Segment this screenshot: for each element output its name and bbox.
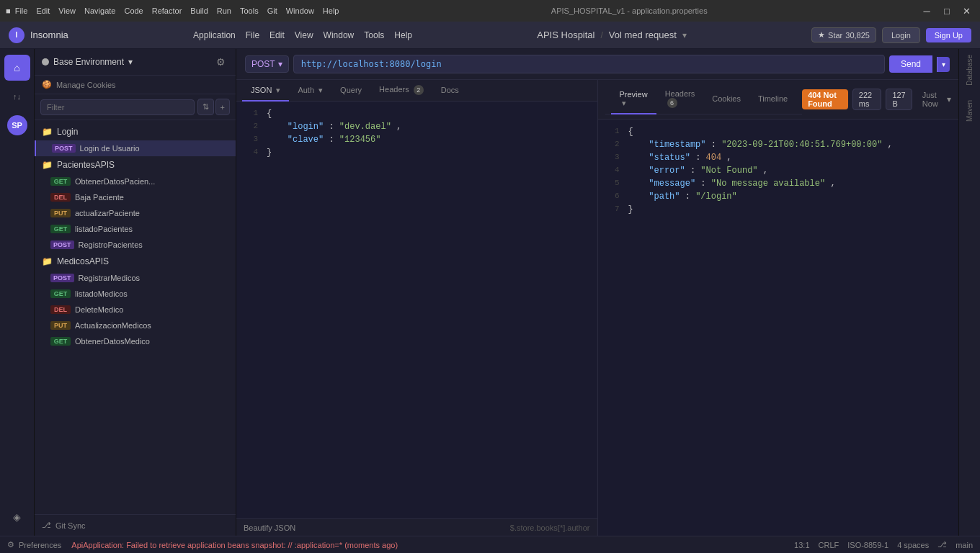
- request-body-editor[interactable]: 1 { 2 "login" : "dev.dael" , 3: [236, 102, 597, 518]
- folder-icon-pacientes: 📁: [42, 160, 53, 170]
- menu-edit[interactable]: Edit: [36, 6, 50, 15]
- sidebar-icon-profile[interactable]: SP: [4, 112, 30, 138]
- nav-item-registrar-medicos[interactable]: POST RegistrarMedicos: [35, 270, 236, 286]
- sidebar-icon-pull-requests[interactable]: ↑↓: [4, 84, 30, 109]
- git-sync-button[interactable]: ⎇ Git Sync: [35, 514, 236, 536]
- send-button[interactable]: Send: [889, 55, 932, 73]
- nav-item-actualizar-paciente[interactable]: PUT actualizarPaciente: [35, 205, 236, 221]
- folder-medicos[interactable]: 📁 MedicosAPIS: [35, 253, 236, 270]
- nav-header: Base Environment ▾ ⚙: [35, 49, 236, 76]
- app-menu-application[interactable]: Application: [193, 30, 236, 40]
- menu-view[interactable]: View: [58, 6, 76, 15]
- folder-login[interactable]: 📁 Login: [35, 123, 236, 140]
- filter-input[interactable]: [40, 99, 195, 115]
- tab-preview[interactable]: Preview ▾: [611, 85, 656, 114]
- menu-tools[interactable]: Tools: [240, 6, 259, 15]
- tab-headers[interactable]: Headers 2: [370, 80, 432, 102]
- app-menu-view[interactable]: View: [295, 30, 313, 40]
- tab-timeline[interactable]: Timeline: [749, 89, 796, 109]
- maven-label[interactable]: Maven: [966, 100, 974, 122]
- indent-setting: 4 spaces: [897, 541, 929, 549]
- signup-button[interactable]: Sign Up: [926, 28, 971, 42]
- app-menu-help[interactable]: Help: [394, 30, 412, 40]
- method-dropdown-icon: ▾: [278, 59, 282, 69]
- nav-item-login-usuario[interactable]: POST Login de Usuario: [35, 140, 236, 156]
- nav-item-baja-paciente[interactable]: DEL Baja Paciente: [35, 189, 236, 205]
- nav-item-label: actualizarPaciente: [75, 209, 140, 217]
- folder-pacientes[interactable]: 📁 PacientesAPIS: [35, 156, 236, 174]
- jq-filter-input[interactable]: $.store.books[*].author: [510, 523, 590, 532]
- code-line-1: 1 {: [236, 107, 597, 120]
- status-badge: 404 Not Found: [802, 89, 848, 109]
- method-selector[interactable]: POST ▾: [245, 55, 289, 73]
- resp-line-3: 3 "status" : 404 ,: [598, 151, 959, 164]
- app-menu-window[interactable]: Window: [324, 30, 355, 40]
- beautify-button[interactable]: Beautify JSON: [244, 523, 295, 532]
- preferences-icon: ⚙: [7, 540, 14, 549]
- git-icon: ⎇: [42, 521, 51, 530]
- nav-item-obtener-datos-medico[interactable]: GET ObtenerDatosMedico: [35, 333, 236, 349]
- menu-help[interactable]: Help: [323, 6, 339, 15]
- menu-run[interactable]: Run: [217, 6, 231, 15]
- tab-query[interactable]: Query: [331, 81, 370, 101]
- maximize-button[interactable]: □: [940, 4, 954, 18]
- close-button[interactable]: ✕: [960, 4, 974, 18]
- insomnia-header-left: I Insomnia: [9, 27, 68, 43]
- nav-item-label: DeleteMedico: [75, 305, 123, 314]
- sort-button[interactable]: ⇅: [197, 99, 214, 115]
- menu-navigate[interactable]: Navigate: [84, 6, 115, 15]
- nav-item-obtener-datos[interactable]: GET ObtenerDatosPacien...: [35, 174, 236, 189]
- send-dropdown-button[interactable]: ▾: [937, 57, 950, 72]
- url-input[interactable]: [293, 55, 885, 73]
- auth-dropdown-icon: ▾: [318, 86, 323, 94]
- git-branch-icon: ⎇: [937, 540, 947, 549]
- code-line-2: 2 "login" : "dev.dael" ,: [236, 120, 597, 133]
- nav-item-delete-medico[interactable]: DEL DeleteMedico: [35, 302, 236, 318]
- right-sidebar: Database Maven: [958, 49, 980, 536]
- nav-item-listado-medicos[interactable]: GET listadoMedicos: [35, 286, 236, 302]
- env-name: Base Environment: [53, 57, 124, 67]
- nav-env-selector[interactable]: Base Environment ▾: [42, 57, 133, 67]
- star-button[interactable]: ★ Star 30,825: [811, 27, 876, 42]
- manage-cookies-button[interactable]: 🍪 Manage Cookies: [35, 76, 236, 94]
- tab-docs[interactable]: Docs: [432, 81, 468, 101]
- nav-item-registro-pacientes[interactable]: POST RegistroPacientes: [35, 237, 236, 253]
- menu-file[interactable]: File: [15, 6, 28, 15]
- menu-build[interactable]: Build: [190, 6, 208, 15]
- tab-json[interactable]: JSON ▾: [242, 81, 289, 102]
- status-text: ApiApplication: Failed to retrieve appli…: [71, 541, 398, 549]
- env-dot: [42, 58, 49, 66]
- tab-auth[interactable]: Auth ▾: [289, 81, 331, 102]
- workspace-dropdown-icon[interactable]: ▾: [682, 30, 687, 40]
- nav-settings-button[interactable]: ⚙: [213, 55, 228, 69]
- app-menu-tools[interactable]: Tools: [364, 30, 384, 40]
- nav-item-actualizacion-medicos[interactable]: PUT ActualizacionMedicos: [35, 318, 236, 333]
- app-menu-edit[interactable]: Edit: [270, 30, 285, 40]
- database-label[interactable]: Database: [966, 55, 974, 86]
- method-badge-put-2: PUT: [50, 321, 71, 330]
- app-menu-file[interactable]: File: [246, 30, 259, 40]
- method-badge-get-2: GET: [50, 225, 71, 233]
- sidebar-icon-bookmarks[interactable]: ◈: [4, 504, 30, 530]
- tab-response-headers[interactable]: Headers 6: [656, 84, 704, 114]
- bottom-bar-right: 13:1 CRLF ISO-8859-1 4 spaces ⎇ main: [794, 540, 973, 549]
- nav-header-actions: ⚙: [213, 55, 228, 69]
- menu-window[interactable]: Window: [286, 6, 314, 15]
- request-tabs: JSON ▾ Auth ▾ Query Headers 2: [236, 80, 597, 102]
- minimize-button[interactable]: ─: [919, 4, 934, 18]
- nav-item-label: ObtenerDatosMedico: [75, 337, 150, 346]
- app-name: Insomnia: [30, 30, 68, 40]
- nav-item-listado-pacientes[interactable]: GET listadoPacientes: [35, 221, 236, 237]
- login-button[interactable]: Login: [882, 27, 920, 43]
- window-title: APIS_HOSPITAL_v1 - application.propertie…: [551, 6, 708, 15]
- menu-git[interactable]: Git: [267, 6, 277, 15]
- sidebar-icon-home[interactable]: ⌂: [4, 55, 30, 81]
- menu-refactor[interactable]: Refactor: [152, 6, 182, 15]
- folder-icon-medicos: 📁: [42, 256, 53, 266]
- menu-code[interactable]: Code: [124, 6, 143, 15]
- add-request-button[interactable]: +: [215, 99, 230, 115]
- response-headers-badge: 6: [667, 98, 677, 108]
- preferences-label[interactable]: Preferences: [19, 541, 61, 549]
- title-bar-controls: ─ □ ✕: [919, 4, 974, 18]
- tab-cookies[interactable]: Cookies: [703, 89, 749, 109]
